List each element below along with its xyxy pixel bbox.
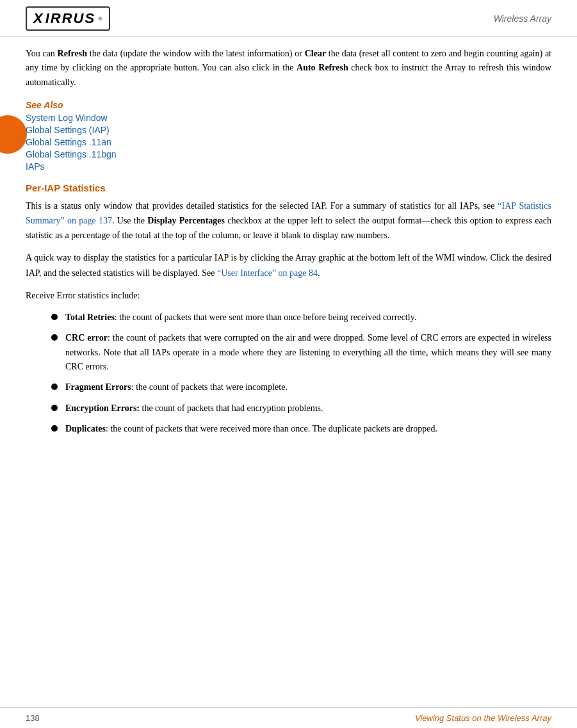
logo-x-letter: X <box>33 10 43 27</box>
see-also-heading: See Also <box>26 100 551 110</box>
logo-box: X IRRUS ® <box>26 6 110 31</box>
iap-statistics-summary-link[interactable]: “IAP Statistics Summary” on page 137 <box>26 201 551 225</box>
auto-refresh-bold: Auto Refresh <box>297 63 348 72</box>
bullet-content-encryption-errors: Encryption Errors: the count of packets … <box>65 401 551 416</box>
bullet-content-crc-error: CRC error: the count of packets that wer… <box>65 331 551 374</box>
list-item[interactable]: IAPs <box>26 161 551 172</box>
bullet-dot <box>51 425 58 432</box>
footer-section-title: Viewing Status on the Wireless Array <box>415 713 551 723</box>
duplicates-bold: Duplicates <box>65 424 106 433</box>
intro-paragraph: You can Refresh the data (update the win… <box>26 47 551 90</box>
global-settings-11an-link[interactable]: Global Settings .11an <box>26 137 111 147</box>
page-header: X IRRUS ® Wireless Array <box>0 0 577 36</box>
bullet-dot <box>51 314 58 320</box>
logo-area: X IRRUS ® <box>26 6 110 31</box>
crc-error-bold: CRC error <box>65 333 108 343</box>
per-iap-heading: Per-IAP Statistics <box>26 182 551 193</box>
display-percentages-bold: Display Percentages <box>147 216 225 225</box>
bullet-content-total-retries: Total Retries: the count of packets that… <box>65 311 551 325</box>
logo-registered-mark: ® <box>98 15 102 22</box>
bullet-dot <box>51 405 58 411</box>
list-item: CRC error: the count of packets that wer… <box>51 331 551 374</box>
list-item: Encryption Errors: the count of packets … <box>51 401 551 416</box>
main-content: You can Refresh the data (update the win… <box>0 36 577 455</box>
list-item: Duplicates: the count of packets that we… <box>51 422 551 436</box>
global-settings-iap-link[interactable]: Global Settings (IAP) <box>26 125 110 135</box>
encryption-errors-bold: Encryption Errors: <box>65 403 140 413</box>
header-title: Wireless Array <box>494 13 551 24</box>
bullet-dot <box>51 384 58 390</box>
logo-irrus-text: IRRUS <box>45 10 95 27</box>
footer-page-number: 138 <box>26 713 40 723</box>
system-log-window-link[interactable]: System Log Window <box>26 113 108 123</box>
global-settings-11bgn-link[interactable]: Global Settings .11bgn <box>26 149 117 159</box>
see-also-links: System Log Window Global Settings (IAP) … <box>26 113 551 172</box>
total-retries-bold: Total Retries <box>65 312 115 322</box>
list-item: Total Retries: the count of packets that… <box>51 311 551 325</box>
bullet-content-duplicates: Duplicates: the count of packets that we… <box>65 422 551 436</box>
page-footer: 138 Viewing Status on the Wireless Array <box>0 708 577 728</box>
iaps-link[interactable]: IAPs <box>26 161 45 172</box>
list-item[interactable]: Global Settings .11an <box>26 137 551 148</box>
refresh-bold: Refresh <box>58 49 87 58</box>
per-iap-paragraph2: A quick way to display the statistics fo… <box>26 250 551 280</box>
list-item[interactable]: Global Settings .11bgn <box>26 149 551 160</box>
bullet-dot <box>51 334 58 341</box>
per-iap-section: Per-IAP Statistics This is a status only… <box>26 182 551 436</box>
bullet-list: Total Retries: the count of packets that… <box>51 311 551 437</box>
per-iap-paragraph1: This is a status only window that provid… <box>26 198 551 243</box>
fragment-errors-bold: Fragment Errors <box>65 382 131 392</box>
receive-error-intro: Receive Error statistics include: <box>26 288 551 303</box>
user-interface-link[interactable]: “User Interface” on page 84 <box>217 268 318 278</box>
bullet-content-fragment-errors: Fragment Errors: the count of packets th… <box>65 380 551 394</box>
list-item[interactable]: System Log Window <box>26 113 551 124</box>
list-item[interactable]: Global Settings (IAP) <box>26 125 551 136</box>
list-item: Fragment Errors: the count of packets th… <box>51 380 551 394</box>
clear-bold: Clear <box>305 49 326 58</box>
see-also-section: See Also System Log Window Global Settin… <box>26 100 551 172</box>
